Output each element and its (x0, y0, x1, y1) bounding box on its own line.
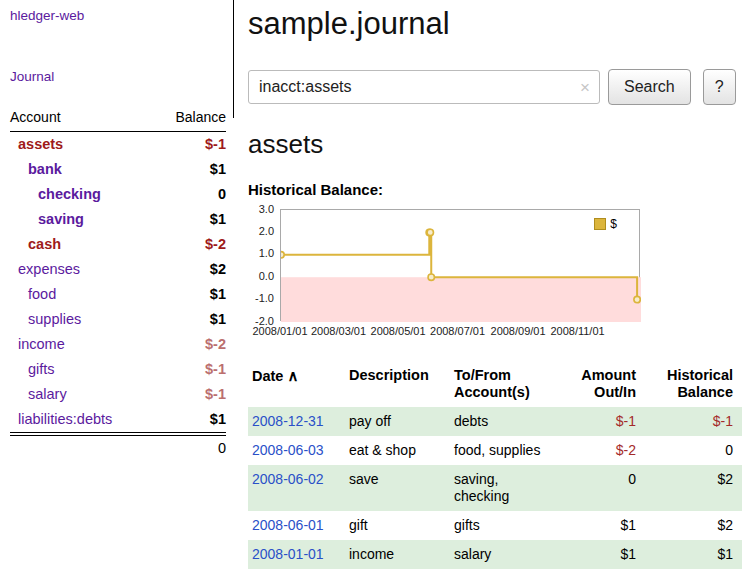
y-axis: 3.02.01.00.0-1.0-2.0 (248, 209, 276, 321)
account-row: saving$1 (10, 207, 226, 232)
brand-link[interactable]: hledger-web (10, 8, 226, 23)
txn-description: save (345, 465, 450, 511)
txn-description: gift (345, 511, 450, 540)
account-row: assets$-1 (10, 132, 226, 157)
account-row: cash$-2 (10, 232, 226, 257)
account-balance: 0 (218, 186, 226, 203)
nav-journal-link[interactable]: Journal (10, 69, 226, 84)
account-link-cash[interactable]: cash (10, 236, 61, 253)
x-axis-label: 2008/11/01 (550, 325, 604, 337)
txn-description: pay off (345, 407, 450, 436)
txn-date-link[interactable]: 2008-12-31 (252, 413, 324, 429)
account-row: gifts$-1 (10, 357, 226, 382)
txn-balance: 0 (640, 436, 737, 465)
x-axis-label: 2008/07/01 (430, 325, 485, 337)
txn-amount: $1 (545, 540, 640, 569)
divider-line (233, 0, 234, 118)
data-point (427, 229, 433, 235)
page-title: sample.journal (248, 6, 742, 42)
sort-ascending-icon: ∧ (287, 367, 298, 384)
account-link-expenses[interactable]: expenses (10, 261, 80, 278)
register-row: 2008-12-31pay offdebts$-1$-1 (248, 407, 742, 436)
txn-date-cell: 2008-12-31 (248, 407, 345, 436)
account-link-bank[interactable]: bank (10, 161, 62, 178)
txn-date-link[interactable]: 2008-01-01 (252, 546, 324, 562)
search-box: × (248, 70, 600, 104)
clear-search-icon[interactable]: × (580, 78, 590, 95)
account-link-saving[interactable]: saving (10, 211, 84, 228)
x-axis: 2008/01/012008/03/012008/05/012008/07/01… (280, 325, 640, 339)
account-link-income[interactable]: income (10, 336, 65, 353)
chart-legend: $ (594, 217, 617, 231)
account-balance: $-1 (205, 361, 226, 378)
txn-amount: $-1 (545, 407, 640, 436)
plot-area: $ (280, 209, 640, 321)
account-balance: $1 (210, 211, 226, 228)
account-link-assets[interactable]: assets (10, 136, 63, 153)
txn-description: eat & shop (345, 436, 450, 465)
register-row: 2008-01-01incomesalary$1$1 (248, 540, 742, 569)
register-header-amount: Amount Out/In (545, 365, 640, 407)
account-link-salary[interactable]: salary (10, 386, 67, 403)
register-row: 2008-06-01giftgifts$1$2 (248, 511, 742, 540)
account-balance: $-2 (205, 336, 226, 353)
data-point (634, 296, 640, 302)
txn-accounts: salary (450, 540, 545, 569)
account-link-liabilities-debts[interactable]: liabilities:debts (10, 411, 112, 428)
main-content: sample.journal × Search ? assets Histori… (248, 0, 742, 569)
sidebar: hledger-web Journal Account Balance asse… (0, 0, 236, 460)
account-heading: assets (248, 130, 742, 160)
account-balance: $-1 (205, 136, 226, 153)
legend-label: $ (610, 217, 617, 231)
txn-date-link[interactable]: 2008-06-01 (252, 517, 324, 533)
txn-amount: 0 (545, 465, 640, 511)
account-row: expenses$2 (10, 257, 226, 282)
txn-balance: $2 (640, 465, 737, 511)
account-link-gifts[interactable]: gifts (10, 361, 55, 378)
account-balance: $1 (210, 311, 226, 328)
x-axis-label: 2008/05/01 (371, 325, 426, 337)
account-balance: $1 (210, 286, 226, 303)
search-input[interactable] (249, 71, 569, 103)
y-axis-label: 1.0 (259, 247, 274, 259)
account-row: bank$1 (10, 157, 226, 182)
txn-balance: $1 (640, 540, 737, 569)
account-link-food[interactable]: food (10, 286, 56, 303)
y-axis-label: 3.0 (259, 203, 274, 215)
register-header-date[interactable]: Date ∧ (248, 365, 345, 407)
account-row: supplies$1 (10, 307, 226, 332)
x-axis-label: 2008/09/01 (491, 325, 546, 337)
y-axis-label: -1.0 (255, 292, 274, 304)
account-link-supplies[interactable]: supplies (10, 311, 81, 328)
account-row: checking0 (10, 182, 226, 207)
txn-date-cell: 2008-06-03 (248, 436, 345, 465)
x-axis-label: 2008/01/01 (252, 325, 307, 337)
account-balance: $1 (210, 411, 226, 428)
account-link-checking[interactable]: checking (10, 186, 101, 203)
txn-balance: $2 (640, 511, 737, 540)
chart-canvas (281, 210, 641, 322)
txn-date-link[interactable]: 2008-06-02 (252, 471, 324, 487)
help-button[interactable]: ? (703, 69, 736, 105)
accounts-header-balance: Balance (175, 109, 226, 125)
accounts-header-account: Account (10, 109, 61, 125)
account-balance: $-1 (205, 386, 226, 403)
txn-date-link[interactable]: 2008-06-03 (252, 442, 324, 458)
search-button[interactable]: Search (608, 69, 691, 105)
txn-accounts: gifts (450, 511, 545, 540)
register-row: 2008-06-03eat & shopfood, supplies$-20 (248, 436, 742, 465)
accounts-list: assets$-1bank$1checking0saving$1cash$-2e… (10, 132, 226, 433)
register-header-description: Description (345, 365, 450, 407)
accounts-total-row: 0 (10, 435, 226, 460)
txn-date-cell: 2008-06-02 (248, 465, 345, 511)
accounts-panel: Account Balance assets$-1bank$1checking0… (10, 106, 226, 460)
register-header-tofrom: To/From Account(s) (450, 365, 545, 407)
register-table: Date ∧ Description To/From Account(s) Am… (248, 365, 742, 569)
txn-date-cell: 2008-06-01 (248, 511, 345, 540)
txn-balance: $-1 (640, 407, 737, 436)
txn-amount: $-2 (545, 436, 640, 465)
account-balance: $1 (210, 161, 226, 178)
txn-date-cell: 2008-01-01 (248, 540, 345, 569)
register-header: Date ∧ Description To/From Account(s) Am… (248, 365, 742, 407)
account-row: salary$-1 (10, 382, 226, 407)
